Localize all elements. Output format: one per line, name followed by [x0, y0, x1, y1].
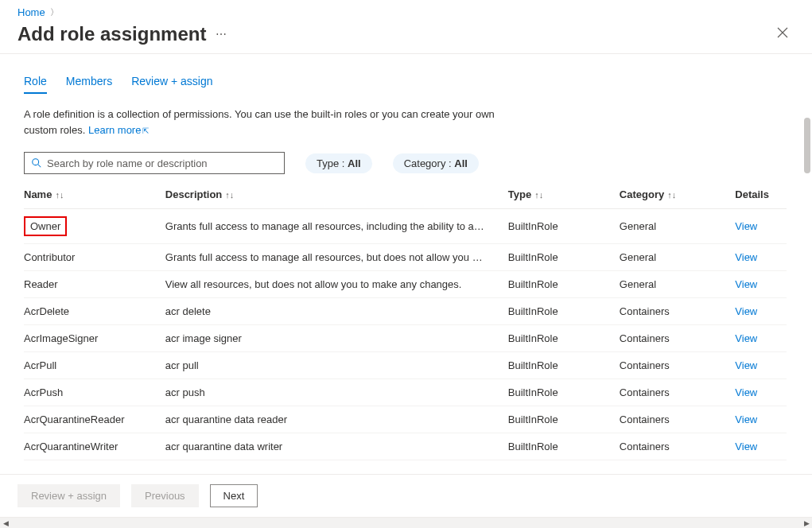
cell-category: Containers — [620, 325, 735, 352]
tab-list: Role Members Review + assign — [24, 70, 787, 92]
chevron-right-icon: 〉 — [50, 6, 59, 18]
close-icon — [777, 27, 788, 38]
view-link[interactable]: View — [735, 332, 757, 344]
sort-icon: ↑↓ — [667, 190, 676, 200]
view-link[interactable]: View — [735, 441, 757, 452]
cell-description: acr quarantine data reader — [165, 406, 508, 433]
cell-category: Containers — [620, 379, 735, 406]
cell-description: Grants full access to manage all resourc… — [165, 244, 508, 271]
table-row[interactable]: ReaderView all resources, but does not a… — [24, 271, 787, 298]
cell-type: BuiltInRole — [508, 406, 620, 433]
role-description-text: A role definition is a collection of per… — [24, 107, 517, 138]
view-link[interactable]: View — [735, 220, 757, 232]
table-row[interactable]: OwnerGrants full access to manage all re… — [24, 209, 787, 244]
page-header: Add role assignment ⋯ — [0, 21, 812, 53]
table-row[interactable]: AcrQuarantineWriteracr quarantine data w… — [24, 433, 787, 460]
cell-description: Grants full access to manage all resourc… — [165, 209, 508, 244]
column-header-type[interactable]: Type↑↓ — [508, 182, 620, 209]
review-assign-button[interactable]: Review + assign — [17, 484, 120, 507]
cell-name: Contributor — [24, 244, 165, 271]
cell-type: BuiltInRole — [508, 271, 620, 298]
view-link[interactable]: View — [735, 278, 757, 290]
svg-point-0 — [33, 159, 39, 165]
cell-name: AcrQuarantineWriter — [24, 433, 165, 460]
view-link[interactable]: View — [735, 359, 757, 371]
table-row[interactable]: AcrPullacr pullBuiltInRoleContainersView — [24, 352, 787, 379]
cell-description: acr delete — [165, 298, 508, 325]
tab-members[interactable]: Members — [66, 70, 112, 92]
cell-name: AcrPush — [24, 379, 165, 406]
footer-bar: Review + assign Previous Next — [0, 474, 812, 517]
cell-category: Containers — [620, 298, 735, 325]
close-button[interactable] — [771, 24, 795, 45]
filter-row: Type : All Category : All — [24, 152, 787, 174]
cell-description: acr image signer — [165, 325, 508, 352]
next-button[interactable]: Next — [210, 484, 258, 507]
column-header-category[interactable]: Category↑↓ — [620, 182, 735, 209]
cell-category: General — [620, 271, 735, 298]
view-link[interactable]: View — [735, 251, 757, 263]
more-actions-button[interactable]: ⋯ — [216, 28, 228, 41]
role-name-highlight: Owner — [24, 216, 67, 236]
cell-description: View all resources, but does not allow y… — [165, 271, 508, 298]
sort-icon: ↑↓ — [225, 190, 234, 200]
page-title: Add role assignment — [17, 23, 206, 45]
tab-role[interactable]: Role — [24, 70, 47, 92]
table-row[interactable]: ContributorGrants full access to manage … — [24, 244, 787, 271]
sort-icon: ↑↓ — [55, 190, 64, 200]
cell-description: acr quarantine data writer — [165, 433, 508, 460]
column-header-name[interactable]: Name↑↓ — [24, 182, 165, 209]
cell-type: BuiltInRole — [508, 325, 620, 352]
svg-line-1 — [38, 165, 41, 168]
cell-type: BuiltInRole — [508, 298, 620, 325]
cell-category: General — [620, 244, 735, 271]
cell-category: Containers — [620, 352, 735, 379]
cell-category: General — [620, 209, 735, 244]
table-row[interactable]: AcrPushacr pushBuiltInRoleContainersView — [24, 379, 787, 406]
view-link[interactable]: View — [735, 386, 757, 398]
view-link[interactable]: View — [735, 413, 757, 425]
cell-name: AcrPull — [24, 352, 165, 379]
cell-type: BuiltInRole — [508, 244, 620, 271]
cell-description: acr push — [165, 379, 508, 406]
cell-name: AcrQuarantineReader — [24, 406, 165, 433]
cell-name: Owner — [24, 209, 165, 244]
external-link-icon: ⇱ — [142, 126, 149, 135]
scrollbar-thumb[interactable] — [804, 118, 810, 173]
previous-button[interactable]: Previous — [131, 484, 199, 507]
tab-review-assign[interactable]: Review + assign — [131, 70, 212, 92]
cell-type: BuiltInRole — [508, 379, 620, 406]
horizontal-scrollbar[interactable]: ◀ ▶ — [0, 517, 812, 528]
learn-more-link[interactable]: Learn more⇱ — [88, 124, 149, 136]
cell-name: Reader — [24, 271, 165, 298]
chevron-left-icon[interactable]: ◀ — [0, 518, 11, 528]
cell-type: BuiltInRole — [508, 209, 620, 244]
sort-icon: ↑↓ — [534, 190, 543, 200]
search-icon — [31, 157, 42, 169]
cell-name: AcrImageSigner — [24, 325, 165, 352]
column-header-description[interactable]: Description↑↓ — [165, 182, 508, 209]
cell-name: AcrDelete — [24, 298, 165, 325]
table-row[interactable]: AcrImageSigneracr image signerBuiltInRol… — [24, 325, 787, 352]
breadcrumb: Home 〉 — [0, 0, 812, 21]
chevron-right-icon[interactable]: ▶ — [801, 518, 812, 528]
cell-type: BuiltInRole — [508, 352, 620, 379]
main-content: Role Members Review + assign A role defi… — [0, 54, 812, 474]
breadcrumb-home[interactable]: Home — [17, 6, 45, 18]
table-row[interactable]: AcrDeleteacr deleteBuiltInRoleContainers… — [24, 298, 787, 325]
filter-type[interactable]: Type : All — [305, 153, 372, 173]
cell-type: BuiltInRole — [508, 433, 620, 460]
cell-description: acr pull — [165, 352, 508, 379]
filter-category[interactable]: Category : All — [393, 153, 479, 173]
view-link[interactable]: View — [735, 305, 757, 317]
table-row[interactable]: AcrQuarantineReaderacr quarantine data r… — [24, 406, 787, 433]
cell-category: Containers — [620, 433, 735, 460]
roles-table: Name↑↓ Description↑↓ Type↑↓ Category↑↓ D… — [24, 182, 787, 460]
column-header-details: Details — [735, 182, 787, 209]
cell-category: Containers — [620, 406, 735, 433]
search-box[interactable] — [24, 152, 285, 174]
search-input[interactable] — [47, 157, 278, 169]
